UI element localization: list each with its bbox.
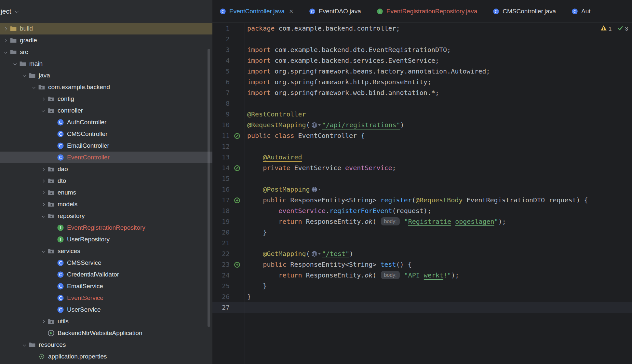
chevron-right-icon[interactable] <box>40 93 46 105</box>
tree-item-repository[interactable]: repository <box>0 210 212 222</box>
code-line-24[interactable]: 24 return ResponseEntity.ok( body: "API … <box>212 270 632 281</box>
code-line-6[interactable]: 6import org.springframework.http.Respons… <box>212 77 632 88</box>
chevron-down-icon[interactable] <box>11 58 18 70</box>
tree-item-CMSController[interactable]: CCMSController <box>0 128 212 140</box>
chevron-down-icon[interactable] <box>40 210 46 222</box>
tree-item-controller[interactable]: controller <box>0 105 212 116</box>
tree-item-EventRegistrationRepository[interactable]: IEventRegistrationRepository <box>0 222 212 234</box>
code-editor[interactable]: 1package com.example.backend.controller;… <box>212 23 632 313</box>
svg-text:C: C <box>222 9 224 14</box>
tree-item-dto[interactable]: dto <box>0 175 212 187</box>
spring-bean-gutter-icon[interactable] <box>234 132 241 139</box>
code-token: eventService <box>345 164 392 172</box>
tree-item-label: AuthController <box>67 119 106 126</box>
chevron-right-icon[interactable] <box>40 163 46 175</box>
code-line-27[interactable]: 27 <box>212 302 632 313</box>
chevron-down-icon[interactable] <box>2 46 8 58</box>
code-line-16[interactable]: 16 @PostMapping <box>212 184 632 195</box>
code-line-14[interactable]: 14 private EventService eventService; <box>212 163 632 173</box>
code-line-20[interactable]: 20 } <box>212 227 632 238</box>
code-line-4[interactable]: 4import com.example.backend.services.Eve… <box>212 55 632 66</box>
code-line-10[interactable]: 10@RequestMapping("/api/registrations") <box>212 120 632 130</box>
tree-item-EventService[interactable]: CEventService <box>0 292 212 304</box>
tree-item-config[interactable]: config <box>0 93 212 105</box>
spring-bean-gutter-icon[interactable] <box>234 164 241 171</box>
url-mapping-globe-icon[interactable] <box>311 186 321 193</box>
code-line-2[interactable]: 2 <box>212 34 632 45</box>
chevron-right-icon[interactable] <box>2 23 8 34</box>
chevron-down-icon[interactable] <box>40 245 46 257</box>
tree-item-dao[interactable]: dao <box>0 163 212 175</box>
code-text: public ResponseEntity<String> register(@… <box>245 195 588 206</box>
tree-item-models[interactable]: models <box>0 198 212 210</box>
code-line-22[interactable]: 22 @GetMapping("/test") <box>212 249 632 259</box>
tree-item-CMSService[interactable]: CCMSService <box>0 257 212 269</box>
tree-item-src[interactable]: src <box>0 46 212 58</box>
tree-item-utils[interactable]: utils <box>0 316 212 327</box>
tree-item-AuthController[interactable]: CAuthController <box>0 116 212 128</box>
tree-item-CredentialValidator[interactable]: CCredentialValidator <box>0 269 212 280</box>
code-line-3[interactable]: 3import com.example.backend.dto.EventReg… <box>212 45 632 55</box>
tree-scrollbar[interactable] <box>208 49 210 327</box>
url-mapping-globe-icon[interactable] <box>311 122 321 128</box>
tree-item-EventController[interactable]: CEventController <box>0 152 212 163</box>
class-icon: C <box>57 294 64 302</box>
code-line-11[interactable]: 11public class EventController { <box>212 130 632 141</box>
chevron-right-icon[interactable] <box>40 175 46 187</box>
code-line-1[interactable]: 1package com.example.backend.controller; <box>212 23 632 34</box>
tree-item-EmailService[interactable]: CEmailService <box>0 280 212 292</box>
chevron-down-icon[interactable] <box>40 105 46 116</box>
tree-item-UserRepository[interactable]: IUserRepository <box>0 234 212 245</box>
project-panel-header[interactable]: ject <box>0 0 212 23</box>
tree-item-enums[interactable]: enums <box>0 187 212 198</box>
close-icon[interactable]: × <box>289 8 293 15</box>
code-line-23[interactable]: 23 public ResponseEntity<String> test() … <box>212 259 632 270</box>
tab-label: Aut <box>581 8 591 15</box>
code-line-12[interactable]: 12 <box>212 141 632 152</box>
code-text <box>245 34 247 45</box>
chevron-right-icon[interactable] <box>2 34 8 46</box>
code-line-7[interactable]: 7import org.springframework.web.bind.ann… <box>212 88 632 98</box>
code-line-9[interactable]: 9@RestController <box>212 109 632 120</box>
code-line-15[interactable]: 15 <box>212 173 632 184</box>
tree-item-java[interactable]: java <box>0 70 212 81</box>
code-line-26[interactable]: 26} <box>212 291 632 302</box>
tab-CMSController.java[interactable]: CCMSController.java <box>486 0 564 22</box>
chevron-right-icon[interactable] <box>40 187 46 198</box>
code-line-13[interactable]: 13 @Autowired <box>212 152 632 163</box>
tab-EventController.java[interactable]: CEventController.java× <box>212 0 302 22</box>
package-icon <box>47 107 55 115</box>
code-line-25[interactable]: 25 } <box>212 281 632 291</box>
tree-indent <box>49 128 56 140</box>
chevron-right-icon[interactable] <box>40 198 46 210</box>
tree-item-build[interactable]: build <box>0 23 212 34</box>
chevron-down-icon[interactable] <box>21 339 27 351</box>
tree-item-EmailController[interactable]: CEmailController <box>0 140 212 152</box>
code-line-18[interactable]: 18 eventService.registerForEvent(request… <box>212 206 632 216</box>
code-line-8[interactable]: 8 <box>212 98 632 109</box>
tree-item-main[interactable]: main <box>0 58 212 70</box>
rest-endpoint-gutter-icon[interactable] <box>234 261 241 268</box>
tree-item-com.example.backend[interactable]: com.example.backend <box>0 81 212 93</box>
code-line-17[interactable]: 17 public ResponseEntity<String> registe… <box>212 195 632 206</box>
tree-item-resources[interactable]: resources <box>0 339 212 351</box>
tab-EventDAO.java[interactable]: CEventDAO.java <box>302 0 370 22</box>
chevron-right-icon[interactable] <box>40 316 46 327</box>
tab-Aut[interactable]: CAut <box>564 0 599 22</box>
url-mapping-globe-icon[interactable] <box>311 251 321 257</box>
code-line-5[interactable]: 5import org.springframework.beans.factor… <box>212 66 632 77</box>
tree-item-gradle[interactable]: gradle <box>0 34 212 46</box>
chevron-down-icon[interactable] <box>21 70 27 81</box>
code-token: public <box>247 132 271 140</box>
inspections-widget[interactable]: 1 3 <box>600 25 628 33</box>
code-line-21[interactable]: 21 <box>212 238 632 249</box>
tree-item-services[interactable]: services <box>0 245 212 257</box>
rest-endpoint-gutter-icon[interactable] <box>234 196 241 204</box>
tab-EventRegistrationRepository.java[interactable]: IEventRegistrationRepository.java <box>370 0 486 22</box>
tree-item-application.properties[interactable]: application.properties <box>0 351 212 362</box>
tree-item-BackendNtrWebsiteApplication[interactable]: BackendNtrWebsiteApplication <box>0 327 212 339</box>
tree-item-UserService[interactable]: CUserService <box>0 304 212 316</box>
code-token: !" <box>443 271 451 279</box>
chevron-down-icon[interactable] <box>30 81 37 93</box>
code-line-19[interactable]: 19 return ResponseEntity.ok( body: "Regi… <box>212 216 632 227</box>
